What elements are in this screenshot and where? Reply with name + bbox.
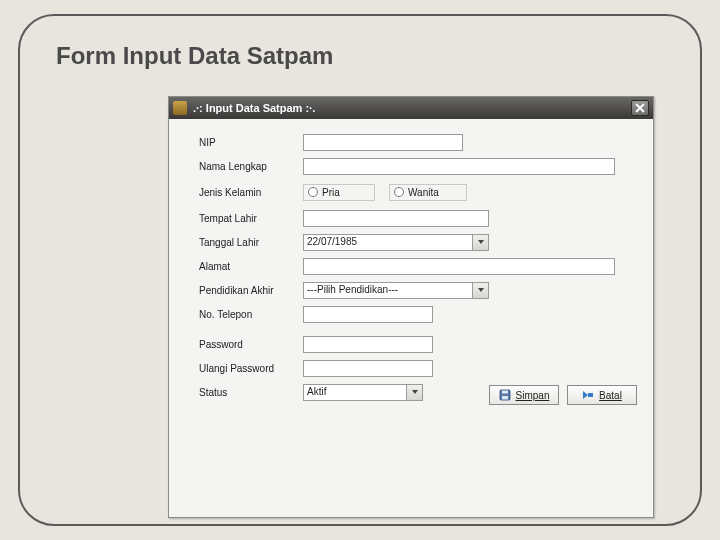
alamat-input[interactable]: [303, 258, 615, 275]
label-alamat: Alamat: [199, 261, 303, 272]
save-icon: [499, 389, 511, 401]
label-password: Password: [199, 339, 303, 350]
cancel-icon: [582, 389, 594, 401]
status-dropdown-button[interactable]: [406, 385, 422, 400]
radio-wanita-label: Wanita: [408, 187, 439, 198]
window-title: .·: Input Data Satpam :·.: [193, 102, 631, 114]
simpan-button[interactable]: Simpan: [489, 385, 559, 405]
status-value: Aktif: [304, 385, 406, 400]
label-tempat-lahir: Tempat Lahir: [199, 213, 303, 224]
close-icon: [635, 103, 645, 113]
svg-rect-3: [588, 393, 593, 397]
pendidikan-dropdown-button[interactable]: [472, 283, 488, 298]
radio-pria-label: Pria: [322, 187, 340, 198]
date-dropdown-button[interactable]: [472, 235, 488, 250]
nama-input[interactable]: [303, 158, 615, 175]
pendidikan-value: ---Pilih Pendidikan---: [304, 283, 472, 298]
status-select[interactable]: Aktif: [303, 384, 423, 401]
telepon-input[interactable]: [303, 306, 433, 323]
chevron-down-icon: [411, 388, 419, 396]
chevron-down-icon: [477, 238, 485, 246]
radio-icon: [308, 187, 318, 197]
simpan-label: Simpan: [516, 390, 550, 401]
button-row: Simpan Batal: [489, 385, 637, 405]
label-jenis-kelamin: Jenis Kelamin: [199, 187, 303, 198]
form-body: NIP Nama Lengkap Jenis Kelamin Pria Wani…: [169, 119, 653, 417]
gender-radio-group: Pria Wanita: [303, 184, 467, 201]
label-telepon: No. Telepon: [199, 309, 303, 320]
label-pendidikan: Pendidikan Akhir: [199, 285, 303, 296]
window-titlebar: .·: Input Data Satpam :·.: [169, 97, 653, 119]
close-button[interactable]: [631, 100, 649, 116]
chevron-down-icon: [477, 286, 485, 294]
nip-input[interactable]: [303, 134, 463, 151]
label-nip: NIP: [199, 137, 303, 148]
ulangi-password-input[interactable]: [303, 360, 433, 377]
password-input[interactable]: [303, 336, 433, 353]
radio-icon: [394, 187, 404, 197]
svg-rect-1: [502, 391, 508, 394]
radio-wanita[interactable]: Wanita: [389, 184, 467, 201]
label-nama: Nama Lengkap: [199, 161, 303, 172]
pendidikan-select[interactable]: ---Pilih Pendidikan---: [303, 282, 489, 299]
radio-pria[interactable]: Pria: [303, 184, 375, 201]
tanggal-lahir-picker[interactable]: 22/07/1985: [303, 234, 489, 251]
slide-frame: Form Input Data Satpam .·: Input Data Sa…: [18, 14, 702, 526]
tempat-lahir-input[interactable]: [303, 210, 489, 227]
label-ulangi-password: Ulangi Password: [199, 363, 303, 374]
batal-label: Batal: [599, 390, 622, 401]
tanggal-lahir-value: 22/07/1985: [304, 235, 472, 250]
svg-rect-2: [502, 396, 508, 400]
batal-button[interactable]: Batal: [567, 385, 637, 405]
app-icon: [173, 101, 187, 115]
label-status: Status: [199, 387, 303, 398]
app-window: .·: Input Data Satpam :·. NIP Nama Lengk…: [168, 96, 654, 518]
label-tanggal-lahir: Tanggal Lahir: [199, 237, 303, 248]
slide-title: Form Input Data Satpam: [56, 42, 333, 70]
